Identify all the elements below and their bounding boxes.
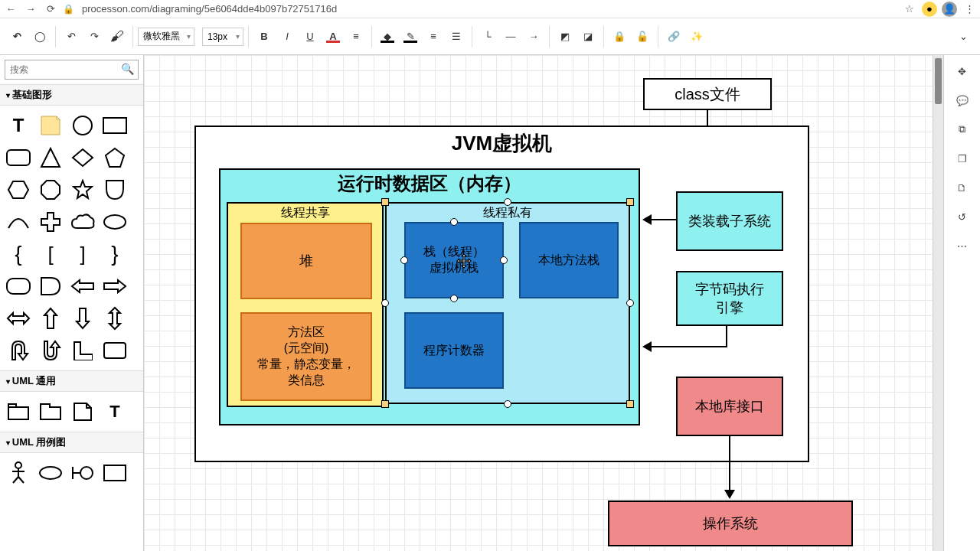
canvas[interactable]: class文件 JVM虚拟机 运行时数据区（内存） 线程共享 堆 — [144, 55, 933, 551]
arrow-start-icon[interactable]: — — [500, 26, 521, 47]
browser-back-icon[interactable]: ← — [3, 2, 18, 17]
shape-bracket-right[interactable]: ] — [69, 240, 96, 268]
scrollbar-thumb[interactable] — [935, 58, 942, 104]
underline-icon[interactable]: U — [299, 26, 321, 47]
bold-icon[interactable]: B — [253, 26, 275, 47]
arrow-end-icon[interactable]: → — [523, 26, 544, 47]
shape-shield[interactable] — [101, 176, 129, 204]
shape-text-uml[interactable]: T — [101, 398, 129, 425]
history-icon[interactable]: ↺ — [951, 205, 974, 228]
node-heap[interactable]: 堆 — [240, 223, 372, 299]
fill-color-icon[interactable]: ◆ — [377, 26, 398, 47]
shape-arrow-left[interactable] — [69, 272, 96, 300]
shape-uturn-down[interactable] — [37, 337, 64, 364]
shape-bracket-left[interactable]: [ — [37, 240, 64, 268]
shape-arrow-down[interactable] — [69, 305, 96, 332]
shape-brace-left[interactable]: { — [5, 240, 32, 268]
node-method-area[interactable]: 方法区 (元空间) 常量，静态变量， 类信息 — [240, 312, 372, 401]
line-style-icon[interactable]: ≡ — [423, 26, 444, 47]
shape-arrow-right[interactable] — [101, 272, 129, 300]
selection-handle[interactable] — [381, 299, 389, 307]
category-uml-common[interactable]: UML 通用 — [0, 370, 143, 392]
node-os[interactable]: 操作系统 — [608, 500, 853, 546]
shape-rect[interactable] — [101, 112, 129, 139]
italic-icon[interactable]: I — [276, 26, 298, 47]
canvas-scrollbar[interactable] — [933, 55, 943, 551]
browser-reload-icon[interactable]: ⟳ — [43, 2, 58, 17]
shape-usecase[interactable] — [37, 459, 64, 487]
shape-corner[interactable] — [69, 337, 96, 364]
comment-icon[interactable]: ⋯ — [951, 234, 974, 257]
shape-package[interactable] — [5, 398, 32, 425]
link-icon[interactable]: 🔗 — [663, 26, 684, 47]
selection-handle[interactable] — [381, 198, 389, 206]
back-arrow-icon[interactable]: ↶ — [6, 26, 28, 47]
extension-icon[interactable]: ● — [922, 2, 937, 17]
category-uml-usecase[interactable]: UML 用例图 — [0, 432, 143, 453]
shape-note-fold[interactable] — [69, 398, 96, 425]
unlock-icon[interactable]: 🔓 — [632, 26, 653, 47]
format-painter-icon[interactable]: 🖌 — [106, 26, 128, 47]
selection-handle[interactable] — [626, 299, 634, 307]
selection-handle[interactable] — [504, 400, 511, 408]
shape-boundary[interactable] — [69, 459, 96, 487]
browser-menu-icon[interactable]: ⋮ — [962, 2, 977, 17]
selection-handle[interactable] — [626, 400, 634, 408]
shape-arc[interactable] — [5, 208, 32, 236]
shape-actor[interactable] — [5, 459, 32, 487]
font-size-select[interactable]: 13px — [202, 28, 243, 46]
shape-text[interactable]: T — [5, 112, 32, 139]
shape-and[interactable] — [37, 272, 64, 300]
shape-star[interactable] — [69, 176, 96, 204]
selection-handle[interactable] — [400, 256, 408, 264]
shape-card[interactable] — [101, 337, 129, 364]
selection-handle[interactable] — [504, 198, 511, 206]
browser-forward-icon[interactable]: → — [23, 2, 38, 17]
shape-note[interactable] — [37, 112, 64, 139]
magic-icon[interactable]: ✨ — [686, 26, 707, 47]
shape-hexagon[interactable] — [5, 176, 32, 204]
selection-handle[interactable] — [450, 218, 458, 226]
shape-brace-right[interactable]: } — [101, 240, 129, 268]
node-class-file[interactable]: class文件 — [643, 78, 772, 110]
chat-icon[interactable]: 💬 — [951, 89, 974, 112]
shape-cross[interactable] — [37, 208, 64, 236]
shape-pentagon[interactable] — [101, 144, 129, 171]
shape-roundrect[interactable] — [5, 144, 32, 171]
font-family-select[interactable]: 微软雅黑 — [138, 28, 194, 46]
send-back-icon[interactable]: ◪ — [577, 26, 599, 47]
shape-octagon[interactable] — [37, 176, 64, 204]
line-weight-icon[interactable]: ☰ — [446, 26, 467, 47]
shape-triangle[interactable] — [37, 144, 64, 171]
redo-icon[interactable]: ↷ — [83, 26, 105, 47]
shape-ellipse[interactable] — [101, 208, 129, 236]
shape-arrow-ud[interactable] — [101, 305, 129, 332]
connector-type-icon[interactable]: └ — [477, 26, 498, 47]
selection-handle[interactable] — [626, 198, 634, 206]
undo-icon[interactable]: ↶ — [60, 26, 82, 47]
node-native-stack[interactable]: 本地方法栈 — [519, 222, 619, 298]
shape-circle[interactable] — [69, 112, 96, 139]
browser-url[interactable]: processon.com/diagraming/5e6064dde4b097b… — [79, 3, 897, 15]
node-vm-stack[interactable]: 栈（线程） 虚拟机栈 — [404, 222, 504, 298]
node-pc-register[interactable]: 程序计数器 — [404, 312, 504, 389]
shape-diamond[interactable] — [69, 144, 96, 171]
shape-roundrect2[interactable] — [5, 272, 32, 300]
stroke-color-icon[interactable]: ✎ — [400, 26, 421, 47]
layers-icon[interactable]: ❐ — [951, 147, 974, 170]
search-icon[interactable]: 🔍 — [121, 63, 134, 75]
expand-toolbar-icon[interactable]: ⌄ — [952, 26, 974, 47]
shape-ring-icon[interactable]: ◯ — [29, 26, 51, 47]
shape-cloud[interactable] — [69, 208, 96, 236]
category-basic-shapes[interactable]: 基础图形 — [0, 84, 143, 106]
shape-uturn-up[interactable] — [5, 337, 32, 364]
bring-front-icon[interactable]: ◩ — [554, 26, 576, 47]
selection-handle[interactable] — [450, 295, 458, 302]
node-native-interface[interactable]: 本地库接口 — [676, 377, 783, 436]
selection-handle[interactable] — [381, 400, 389, 408]
ruler-icon[interactable]: ⧉ — [951, 118, 974, 141]
shape-system[interactable] — [101, 459, 129, 487]
shape-arrow-lr[interactable] — [5, 305, 32, 332]
profile-icon[interactable]: 👤 — [942, 2, 957, 17]
star-icon[interactable]: ☆ — [902, 2, 917, 17]
